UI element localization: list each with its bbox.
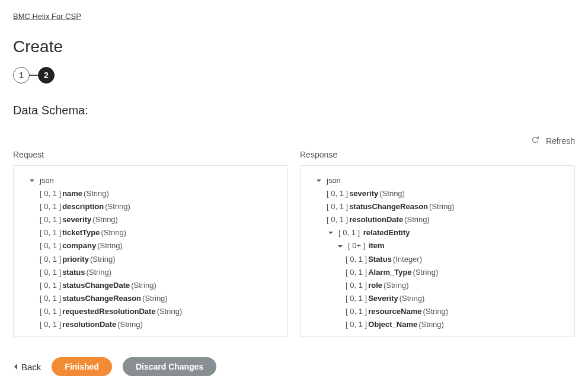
schema-field[interactable]: [ 0, 1 ] Status (Integer) [306, 253, 568, 266]
field-cardinality: [ 0, 1 ] [40, 266, 61, 279]
chevron-down-icon[interactable] [28, 178, 36, 184]
schema-field[interactable]: [ 0, 1 ] statusChangeReason (String) [20, 292, 282, 305]
field-type: (String) [90, 253, 116, 266]
stepper: 1 2 [13, 67, 575, 84]
field-type: (String) [142, 292, 168, 305]
schema-field[interactable]: [ 0, 1 ] ticketType (String) [20, 226, 282, 239]
field-cardinality: [ 0, 1 ] [40, 318, 61, 331]
field-type: (String) [86, 266, 111, 279]
response-related-entity[interactable]: [ 0, 1 ] relatedEntity [306, 226, 568, 239]
chevron-down-icon[interactable] [315, 178, 323, 184]
request-column: Request json [ 0, 1 ] name (String)[ 0, … [13, 150, 288, 337]
field-name: severity [62, 213, 91, 226]
schema-field[interactable]: [ 0, 1 ] Alarm_Type (String) [306, 266, 568, 279]
request-schema-box: json [ 0, 1 ] name (String)[ 0, 1 ] desc… [13, 165, 288, 337]
field-type: (String) [404, 213, 430, 226]
field-name: item [369, 239, 385, 252]
field-type: (String) [429, 200, 455, 213]
field-type: (String) [157, 305, 183, 318]
field-name: status [62, 266, 85, 279]
schema-field[interactable]: [ 0, 1 ] description (String) [20, 200, 282, 213]
response-item[interactable]: [ 0+ ] item [306, 239, 568, 252]
field-type: (String) [84, 187, 109, 200]
schema-field[interactable]: [ 0, 1 ] statusChangeReason (String) [306, 200, 568, 213]
field-cardinality: [ 0, 1 ] [346, 279, 367, 292]
step-1[interactable]: 1 [13, 67, 30, 84]
field-cardinality: [ 0, 1 ] [327, 213, 348, 226]
chevron-down-icon[interactable] [336, 243, 344, 249]
field-name: statusChangeReason [62, 292, 141, 305]
field-type: (String) [418, 318, 444, 331]
schema-field[interactable]: [ 0, 1 ] resolutionDate (String) [20, 318, 282, 331]
response-column: Response json [ 0, 1 ] severity (String)… [300, 150, 575, 337]
breadcrumb-link[interactable]: BMC Helix For CSP [13, 12, 81, 21]
field-cardinality: [ 0, 1 ] [40, 226, 61, 239]
field-cardinality: [ 0, 1 ] [346, 253, 367, 266]
field-cardinality: [ 0, 1 ] [346, 305, 367, 318]
field-name: company [62, 239, 96, 252]
field-cardinality: [ 0, 1 ] [40, 305, 61, 318]
field-name: requestedResolutionDate [62, 305, 155, 318]
field-name: resourceName [368, 305, 421, 318]
schema-field[interactable]: [ 0, 1 ] Object_Name (String) [306, 318, 568, 331]
schema-field[interactable]: [ 0, 1 ] Severity (String) [306, 292, 568, 305]
response-root[interactable]: json [306, 174, 568, 187]
schema-field[interactable]: [ 0, 1 ] role (String) [306, 279, 568, 292]
footer: Back Finished Discard Changes [13, 357, 575, 376]
schema-field[interactable]: [ 0, 1 ] company (String) [20, 239, 282, 252]
field-cardinality: [ 0, 1 ] [346, 292, 367, 305]
field-name: resolutionDate [349, 213, 403, 226]
field-type: (Integer) [393, 253, 422, 266]
schema-field[interactable]: [ 0, 1 ] statusChangeDate (String) [20, 279, 282, 292]
request-root[interactable]: json [20, 174, 282, 187]
step-connector [30, 75, 38, 76]
root-label: json [40, 174, 54, 187]
field-name: Status [368, 253, 392, 266]
field-type: (String) [379, 187, 405, 200]
field-cardinality: [ 0, 1 ] [327, 200, 348, 213]
field-cardinality: [ 0+ ] [348, 239, 365, 252]
field-type: (String) [92, 213, 118, 226]
field-name: priority [62, 253, 89, 266]
field-name: Severity [368, 292, 398, 305]
field-type: (String) [117, 318, 143, 331]
field-name: role [368, 279, 382, 292]
field-type: (String) [384, 279, 409, 292]
schema-field[interactable]: [ 0, 1 ] resolutionDate (String) [306, 213, 568, 226]
refresh-button[interactable]: Refresh [13, 135, 575, 146]
schema-field[interactable]: [ 0, 1 ] severity (String) [20, 213, 282, 226]
schema-field[interactable]: [ 0, 1 ] resourceName (String) [306, 305, 568, 318]
field-name: relatedEntity [363, 226, 410, 239]
field-name: Alarm_Type [368, 266, 411, 279]
schema-field[interactable]: [ 0, 1 ] requestedResolutionDate (String… [20, 305, 282, 318]
back-label: Back [21, 362, 41, 372]
step-2[interactable]: 2 [38, 67, 55, 84]
chevron-left-icon [13, 362, 18, 372]
schema-field[interactable]: [ 0, 1 ] severity (String) [306, 187, 568, 200]
field-cardinality: [ 0, 1 ] [346, 318, 367, 331]
field-name: statusChangeDate [62, 279, 130, 292]
chevron-down-icon[interactable] [327, 230, 335, 236]
discard-button[interactable]: Discard Changes [123, 357, 216, 376]
response-column-label: Response [300, 150, 575, 159]
response-schema-box: json [ 0, 1 ] severity (String)[ 0, 1 ] … [300, 165, 575, 337]
field-cardinality: [ 0, 1 ] [327, 187, 348, 200]
field-name: Object_Name [368, 318, 417, 331]
refresh-icon [531, 135, 540, 146]
schema-field[interactable]: [ 0, 1 ] priority (String) [20, 253, 282, 266]
field-type: (String) [400, 292, 425, 305]
schema-field[interactable]: [ 0, 1 ] name (String) [20, 187, 282, 200]
field-type: (String) [423, 305, 448, 318]
field-name: name [62, 187, 82, 200]
field-cardinality: [ 0, 1 ] [40, 200, 61, 213]
field-type: (String) [101, 226, 126, 239]
finished-button[interactable]: Finished [52, 357, 112, 376]
field-name: statusChangeReason [349, 200, 428, 213]
page-title: Create [13, 37, 575, 56]
field-cardinality: [ 0, 1 ] [40, 279, 61, 292]
field-cardinality: [ 0, 1 ] [40, 213, 61, 226]
field-cardinality: [ 0, 1 ] [338, 226, 360, 239]
field-cardinality: [ 0, 1 ] [40, 239, 61, 252]
back-button[interactable]: Back [13, 362, 41, 372]
schema-field[interactable]: [ 0, 1 ] status (String) [20, 266, 282, 279]
